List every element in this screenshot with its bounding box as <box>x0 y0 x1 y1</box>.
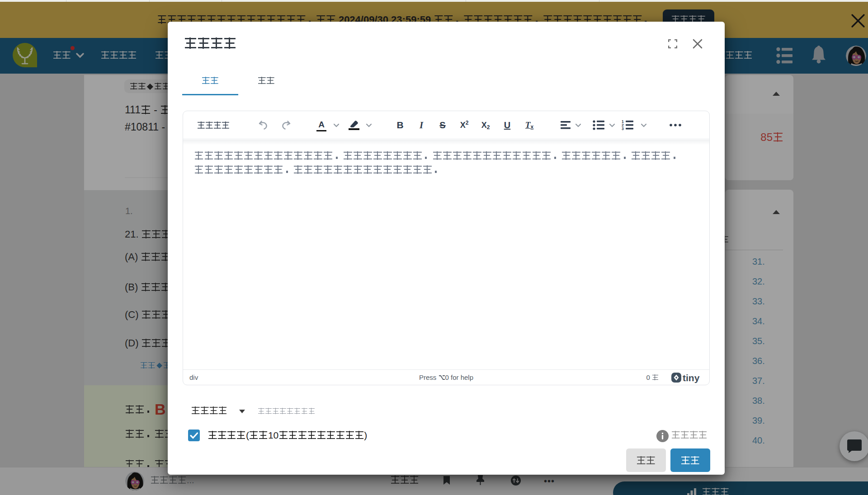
svg-text:3: 3 <box>622 126 624 131</box>
svg-text:tiny: tiny <box>683 373 700 383</box>
